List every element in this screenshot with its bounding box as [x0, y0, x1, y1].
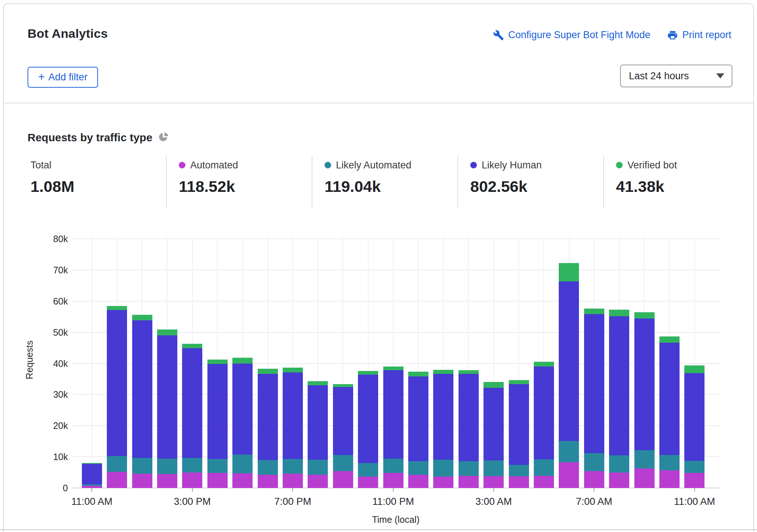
bar-3-00-pm[interactable] — [182, 344, 202, 488]
bar-segment-likely-human[interactable] — [258, 374, 278, 460]
bar-segment-verified-bot[interactable] — [182, 344, 202, 348]
bar-1-00-pm[interactable] — [132, 315, 152, 488]
bar-10-00-pm[interactable] — [358, 371, 378, 488]
configure-super-bot-fight-mode-link[interactable]: Configure Super Bot Fight Mode — [493, 29, 650, 41]
bar-segment-automated[interactable] — [659, 470, 680, 488]
bar-segment-automated[interactable] — [483, 476, 504, 488]
bar-segment-likely-human[interactable] — [383, 370, 403, 459]
bar-segment-likely-human[interactable] — [308, 385, 328, 460]
bar-segment-verified-bot[interactable] — [308, 381, 328, 385]
bar-segment-automated[interactable] — [408, 475, 428, 488]
bar-segment-verified-bot[interactable] — [157, 329, 177, 335]
bar-segment-automated[interactable] — [609, 473, 629, 488]
bar-segment-verified-bot[interactable] — [459, 370, 479, 374]
bar-segment-likely-human[interactable] — [684, 373, 705, 461]
bar-segment-likely-human[interactable] — [232, 364, 253, 455]
bar-segment-verified-bot[interactable] — [634, 312, 655, 318]
bar-5-00-am[interactable] — [534, 362, 554, 488]
bar-segment-likely-human[interactable] — [559, 281, 579, 441]
bar-11-00-pm[interactable] — [383, 367, 403, 488]
bar-segment-likely-human[interactable] — [408, 376, 428, 461]
bar-1-00-am[interactable] — [433, 370, 453, 488]
bar-segment-likely-human[interactable] — [207, 364, 228, 459]
bar-segment-likely-human[interactable] — [433, 374, 453, 460]
bar-segment-likely-automated[interactable] — [232, 455, 253, 473]
bar-7-00-am[interactable] — [584, 309, 604, 488]
bar-9-00-pm[interactable] — [333, 384, 353, 488]
bar-segment-likely-automated[interactable] — [333, 455, 353, 471]
bar-segment-likely-automated[interactable] — [207, 459, 228, 473]
bar-segment-automated[interactable] — [132, 474, 152, 488]
bar-6-00-pm[interactable] — [258, 369, 278, 488]
bar-segment-verified-bot[interactable] — [433, 370, 453, 374]
bar-segment-likely-human[interactable] — [82, 464, 102, 484]
bar-segment-likely-automated[interactable] — [459, 461, 479, 476]
bar-11-00-am[interactable] — [684, 365, 705, 488]
bar-segment-automated[interactable] — [433, 477, 453, 488]
bar-segment-verified-bot[interactable] — [258, 369, 278, 374]
bar-4-00-pm[interactable] — [207, 360, 228, 488]
bar-segment-likely-human[interactable] — [459, 374, 479, 461]
bar-segment-verified-bot[interactable] — [283, 368, 303, 372]
bar-segment-verified-bot[interactable] — [584, 309, 604, 314]
bar-segment-automated[interactable] — [232, 473, 253, 488]
bar-segment-likely-automated[interactable] — [308, 460, 328, 475]
bar-segment-verified-bot[interactable] — [107, 306, 127, 310]
bar-segment-likely-automated[interactable] — [534, 459, 554, 476]
bar-segment-automated[interactable] — [358, 477, 378, 488]
bar-segment-automated[interactable] — [308, 475, 328, 488]
bar-8-00-am[interactable] — [609, 310, 629, 488]
bar-segment-verified-bot[interactable] — [659, 336, 680, 343]
bar-segment-likely-automated[interactable] — [258, 460, 278, 475]
bar-segment-likely-automated[interactable] — [182, 458, 202, 473]
bar-segment-likely-automated[interactable] — [383, 459, 403, 473]
bar-segment-verified-bot[interactable] — [559, 263, 579, 281]
bar-segment-automated[interactable] — [459, 476, 479, 488]
bar-11-00-am[interactable] — [82, 463, 102, 488]
bar-segment-likely-automated[interactable] — [634, 450, 655, 469]
bar-segment-verified-bot[interactable] — [383, 367, 403, 370]
bar-2-00-am[interactable] — [459, 370, 479, 488]
bar-segment-likely-automated[interactable] — [684, 461, 705, 473]
bar-segment-likely-automated[interactable] — [433, 460, 453, 477]
bar-segment-likely-automated[interactable] — [559, 441, 579, 463]
bar-segment-likely-human[interactable] — [634, 318, 655, 450]
bar-segment-likely-human[interactable] — [132, 320, 152, 458]
bar-segment-likely-automated[interactable] — [483, 460, 504, 476]
bar-12-00-pm[interactable] — [107, 306, 127, 488]
bar-segment-verified-bot[interactable] — [609, 310, 629, 316]
bar-segment-likely-human[interactable] — [157, 335, 177, 459]
bar-4-00-am[interactable] — [509, 380, 529, 488]
bar-segment-verified-bot[interactable] — [333, 384, 353, 387]
bar-segment-likely-human[interactable] — [584, 314, 604, 453]
bar-segment-likely-automated[interactable] — [609, 455, 629, 473]
bar-segment-likely-automated[interactable] — [408, 461, 428, 475]
bar-segment-likely-automated[interactable] — [132, 458, 152, 474]
bar-segment-likely-human[interactable] — [483, 388, 504, 461]
bar-segment-likely-human[interactable] — [609, 316, 629, 455]
bar-segment-automated[interactable] — [182, 473, 202, 488]
bar-segment-automated[interactable] — [534, 476, 554, 488]
bar-segment-verified-bot[interactable] — [483, 382, 504, 388]
bar-segment-verified-bot[interactable] — [207, 360, 228, 364]
bar-segment-verified-bot[interactable] — [358, 371, 378, 375]
bar-segment-likely-human[interactable] — [283, 372, 303, 459]
bar-segment-likely-human[interactable] — [358, 375, 378, 463]
bar-segment-verified-bot[interactable] — [232, 358, 253, 363]
bar-segment-automated[interactable] — [107, 472, 127, 488]
bar-segment-likely-human[interactable] — [659, 343, 680, 455]
bar-5-00-pm[interactable] — [232, 358, 253, 488]
bar-segment-likely-automated[interactable] — [584, 453, 604, 471]
bar-segment-likely-automated[interactable] — [157, 459, 177, 474]
bar-segment-likely-automated[interactable] — [358, 463, 378, 477]
bar-segment-automated[interactable] — [157, 474, 177, 488]
bar-segment-verified-bot[interactable] — [534, 362, 554, 367]
add-filter-button[interactable]: + Add filter — [28, 67, 98, 88]
bar-7-00-pm[interactable] — [283, 368, 303, 488]
bar-segment-automated[interactable] — [509, 476, 529, 488]
bar-segment-automated[interactable] — [283, 474, 303, 488]
print-report-link[interactable]: Print report — [667, 29, 731, 41]
bar-segment-automated[interactable] — [684, 473, 705, 488]
bar-10-00-am[interactable] — [659, 336, 680, 488]
bar-segment-likely-automated[interactable] — [283, 459, 303, 474]
